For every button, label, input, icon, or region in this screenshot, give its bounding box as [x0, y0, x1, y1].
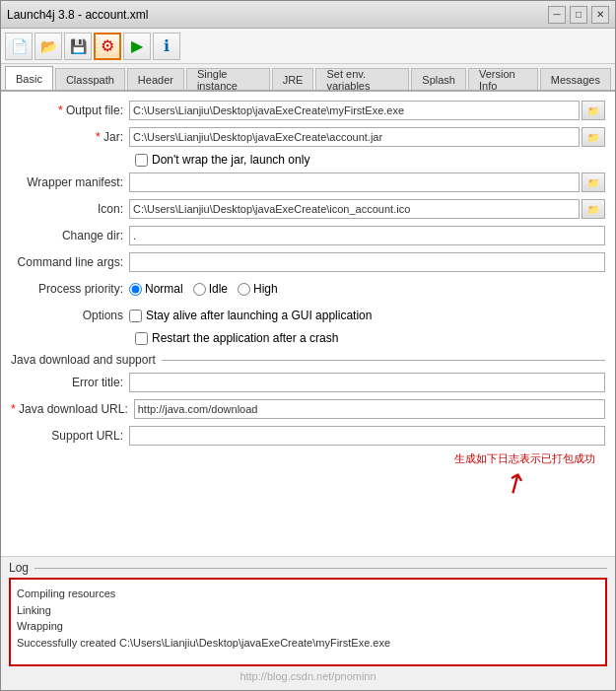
restart-label: Restart the application after a crash: [152, 331, 338, 345]
annotation-area: 生成如下日志表示已打包成功 ↗: [11, 451, 605, 499]
wrapper-manifest-browse[interactable]: 📁: [582, 173, 605, 192]
tab-classpath[interactable]: Classpath: [55, 68, 125, 90]
support-url-row: Support URL:: [11, 425, 605, 447]
output-file-input[interactable]: [129, 101, 580, 120]
build-button[interactable]: ⚙: [94, 33, 121, 60]
open-button[interactable]: 📂: [34, 33, 62, 60]
info-button[interactable]: ℹ: [153, 33, 180, 60]
tab-set-env[interactable]: Set env. variables: [315, 68, 409, 90]
java-download-section-header: Java download and support: [11, 353, 605, 367]
priority-high-label[interactable]: High: [238, 282, 278, 296]
log-box: Compiling resources Linking Wrapping Suc…: [9, 578, 607, 666]
log-line-2: Linking: [17, 602, 599, 619]
icon-input[interactable]: [129, 199, 580, 219]
tab-messages[interactable]: Messages: [540, 68, 611, 90]
output-file-row: Output file: 📁: [11, 100, 605, 121]
error-title-input[interactable]: [129, 373, 605, 392]
java-download-url-input[interactable]: [134, 399, 605, 419]
restart-checkbox[interactable]: [135, 332, 148, 345]
log-line-3: Wrapping: [17, 618, 599, 635]
support-url-label: Support URL:: [11, 429, 129, 443]
tab-version[interactable]: Version Info: [468, 68, 538, 90]
title-bar: Launch4j 3.8 - account.xml ─ □ ✕: [1, 1, 615, 29]
change-dir-input[interactable]: [129, 226, 605, 245]
process-priority-row: Process priority: Normal Idle High: [11, 278, 605, 300]
tab-jre[interactable]: JRE: [272, 68, 314, 90]
tab-basic[interactable]: Basic: [5, 66, 53, 90]
restart-row: Restart the application after a crash: [11, 331, 605, 345]
dont-wrap-row: Don't wrap the jar, launch only: [11, 153, 605, 167]
icon-browse[interactable]: 📁: [582, 199, 605, 219]
jar-row: Jar: 📁: [11, 126, 605, 148]
form-area: Output file: 📁 Jar: 📁 Don't wrap the jar…: [1, 92, 615, 556]
jar-input[interactable]: [129, 127, 580, 147]
close-button[interactable]: ✕: [591, 6, 609, 24]
jar-label: Jar:: [11, 130, 129, 144]
log-line-4: Successfully created C:\Users\Lianjiu\De…: [17, 635, 599, 652]
maximize-button[interactable]: □: [570, 6, 587, 24]
change-dir-label: Change dir:: [11, 229, 129, 242]
main-window: Launch4j 3.8 - account.xml ─ □ ✕ 📄 📂 💾 ⚙…: [0, 0, 616, 691]
log-label: Log: [9, 561, 607, 575]
cmdline-args-label: Command line args:: [11, 255, 129, 269]
priority-radio-group: Normal Idle High: [129, 282, 278, 296]
error-title-label: Error title:: [11, 376, 129, 389]
wrapper-manifest-label: Wrapper manifest:: [11, 175, 129, 189]
java-download-url-label: Java download URL:: [11, 402, 134, 416]
priority-idle-radio[interactable]: [193, 283, 206, 296]
toolbar: 📄 📂 💾 ⚙ ▶ ℹ: [1, 29, 615, 64]
stay-alive-label: Stay alive after launching a GUI applica…: [146, 309, 372, 322]
save-button[interactable]: 💾: [64, 33, 92, 60]
options-label: Options: [11, 309, 129, 322]
cmdline-args-input[interactable]: [129, 252, 605, 272]
icon-row: Icon: 📁: [11, 198, 605, 220]
change-dir-row: Change dir:: [11, 225, 605, 246]
priority-idle-label[interactable]: Idle: [193, 282, 228, 296]
log-area: Log Compiling resources Linking Wrapping…: [1, 556, 615, 690]
process-priority-label: Process priority:: [11, 282, 129, 296]
wrapper-manifest-row: Wrapper manifest: 📁: [11, 172, 605, 193]
annotation-arrow: ↗: [497, 463, 532, 503]
window-title: Launch4j 3.8 - account.xml: [7, 8, 148, 22]
minimize-button[interactable]: ─: [548, 6, 566, 24]
tab-bar: Basic Classpath Header Single instance J…: [1, 64, 615, 92]
annotation-text: 生成如下日志表示已打包成功: [454, 451, 595, 466]
dont-wrap-label: Don't wrap the jar, launch only: [152, 153, 309, 167]
watermark: http://blog.csdn.net/pnominn: [9, 666, 607, 686]
run-button[interactable]: ▶: [123, 33, 151, 60]
icon-label: Icon:: [11, 202, 129, 216]
wrapper-manifest-input[interactable]: [129, 173, 580, 192]
stay-alive-checkbox[interactable]: [129, 310, 142, 322]
priority-high-radio[interactable]: [238, 283, 250, 296]
output-file-browse[interactable]: 📁: [582, 101, 605, 120]
priority-normal-label[interactable]: Normal: [129, 282, 183, 296]
tab-header[interactable]: Header: [127, 68, 184, 90]
tab-single-instance[interactable]: Single instance: [186, 68, 270, 90]
stay-alive-row: Stay alive after launching a GUI applica…: [129, 309, 372, 322]
priority-normal-radio[interactable]: [129, 283, 142, 296]
new-button[interactable]: 📄: [5, 33, 33, 60]
support-url-input[interactable]: [129, 426, 605, 446]
cmdline-args-row: Command line args:: [11, 251, 605, 273]
tab-splash[interactable]: Splash: [411, 68, 466, 90]
output-file-label: Output file:: [11, 104, 129, 117]
options-content: Stay alive after launching a GUI applica…: [129, 309, 372, 322]
log-line-1: Compiling resources: [17, 586, 599, 602]
title-controls: ─ □ ✕: [548, 6, 609, 24]
options-row: Options Stay alive after launching a GUI…: [11, 305, 605, 326]
java-download-url-row: Java download URL:: [11, 398, 605, 420]
content-area: Output file: 📁 Jar: 📁 Don't wrap the jar…: [1, 92, 615, 690]
jar-browse[interactable]: 📁: [582, 127, 605, 147]
dont-wrap-checkbox[interactable]: [135, 154, 148, 167]
error-title-row: Error title:: [11, 372, 605, 393]
